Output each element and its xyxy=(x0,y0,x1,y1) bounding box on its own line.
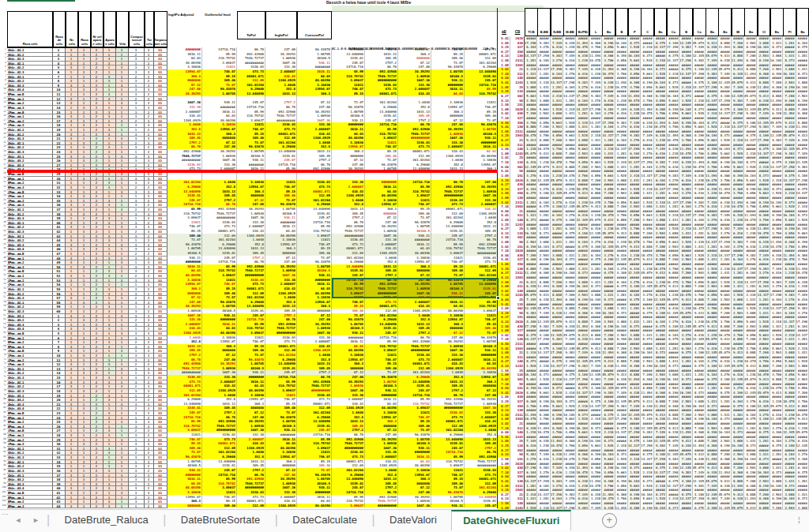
row-number: 103 xyxy=(0,499,7,504)
right-col-header[interactable]: PI xyxy=(783,8,796,36)
right-col-header[interactable]: B xyxy=(615,8,629,36)
tab-separator: | xyxy=(47,510,50,530)
block-separator-line xyxy=(497,8,498,508)
tab-separator: | xyxy=(371,510,374,530)
tab-nav-next-icon[interactable]: ► xyxy=(28,510,43,530)
cell[interactable]: 1 xyxy=(116,504,129,509)
title-underband xyxy=(332,6,544,12)
right-block[interactable]: 5.412020################################… xyxy=(498,36,809,509)
right-col-header[interactable]: Ba xyxy=(770,8,784,36)
cell[interactable]: 3 xyxy=(103,504,116,509)
right-col-header[interactable]: Ca xyxy=(693,8,706,36)
right-col-header[interactable]: Ba xyxy=(796,8,809,36)
col-header-ab[interactable]: aB xyxy=(498,30,510,35)
right-col-header[interactable]: Ca xyxy=(667,8,680,36)
cell[interactable]: 309.46 xyxy=(202,504,237,508)
cell[interactable]: 1 xyxy=(129,504,145,509)
right-col-header[interactable]: B-BB xyxy=(537,8,551,36)
left-col-header[interactable]: Tar celu xyxy=(145,11,154,47)
cell[interactable]: 2 xyxy=(91,504,103,509)
right-col-header[interactable]: TCB xyxy=(525,8,538,36)
red-separator-band xyxy=(7,170,498,173)
sheet-tab-datevalori[interactable]: DateValori xyxy=(378,510,448,530)
right-col-header[interactable]: B xyxy=(679,8,693,36)
row-number: 104 xyxy=(0,504,7,508)
left-col-header[interactable]: Compoz toncol celu xyxy=(129,11,145,47)
right-col-header[interactable]: BI xyxy=(732,8,745,36)
right-col-header[interactable]: Br/PBi xyxy=(576,8,589,36)
row-number-gutter: 1234567891011121314151617181920212223242… xyxy=(0,47,7,508)
new-sheet-button[interactable]: + xyxy=(602,513,617,528)
col-header-cb[interactable]: CB xyxy=(510,30,525,35)
right-col-header[interactable]: C xyxy=(641,8,654,36)
tab-scroll-dots[interactable]: ⋯ xyxy=(2,511,8,518)
cell[interactable]: 245.67 xyxy=(465,504,498,508)
col-header-inglapol[interactable]: InglaPol xyxy=(265,11,297,39)
cell[interactable]: 1 xyxy=(78,504,91,509)
left-col-header[interactable]: Vela xyxy=(116,11,129,47)
cell[interactable]: 1304.0929 xyxy=(265,504,297,508)
right-col-header[interactable]: L xyxy=(589,8,603,36)
cell[interactable]: 0000000 xyxy=(167,504,202,508)
cell[interactable]: 33 xyxy=(154,504,167,509)
right-col-header[interactable]: M-BB xyxy=(563,8,577,36)
tabbar-grip-icon[interactable]: ⁞ xyxy=(798,516,800,525)
sheet-tab-datecalculate[interactable]: DateCalculate xyxy=(281,510,368,530)
col-header-tapol[interactable]: TaPol xyxy=(237,11,265,39)
cell[interactable]: 2 xyxy=(145,504,154,509)
tab-separator: | xyxy=(163,510,166,530)
right-col-header[interactable]: CI xyxy=(758,8,771,36)
sheet-title: Bassich a helea haue until tssle 4 laust… xyxy=(326,0,532,6)
col-header-consumpol[interactable]: ConsumPol xyxy=(297,11,332,39)
left-col-header[interactable]: Timpanul ane celu xyxy=(154,11,167,47)
cell[interactable]: 930.11 xyxy=(431,504,465,508)
right-col-header[interactable]: Ba xyxy=(744,8,758,36)
right-col-header[interactable]: Ba xyxy=(654,8,668,36)
sheet-tab-datebrute-raluca[interactable]: DateBrute_Raluca xyxy=(54,510,160,530)
right-col-header[interactable]: Ba xyxy=(718,8,732,36)
right-col-header[interactable]: P xyxy=(628,8,642,36)
sheet-tab-bar: ⋯ ◄ ► | DateBrute_Raluca | DateBruteSort… xyxy=(0,509,809,532)
col-header-inglipo[interactable]: IngliPo Adjustul xyxy=(168,13,202,46)
cell[interactable]: 44 xyxy=(53,504,66,509)
selection-range[interactable] xyxy=(332,278,499,298)
left-col-header[interactable]: Rasa de celu xyxy=(53,11,66,47)
left-col-header[interactable]: Rasa celn xyxy=(7,11,53,47)
spreadsheet-grid[interactable]: Bassich a helea haue until tssle 4 laust… xyxy=(0,0,809,509)
left-col-header[interactable]: Nr. celu xyxy=(66,11,78,47)
right-col-header[interactable]: Ba xyxy=(602,8,615,36)
left-block[interactable]: Ghiv..01.11312133333Ghiv..01.22132112333… xyxy=(7,47,167,508)
flux-header-row: 0C.1.0-0.10000.100000C.2.00.2000000C.1.2… xyxy=(332,39,498,45)
cell[interactable]: 40.00390 xyxy=(297,504,332,508)
sheet-tab-dateghivecefluxuri-active[interactable]: DateGhiveceFluxuri xyxy=(451,510,571,530)
left-col-header[interactable]: Rasa celu xyxy=(78,11,91,47)
cell[interactable]: 3 xyxy=(66,504,78,509)
tab-nav-prev-icon[interactable]: ◄ xyxy=(11,510,25,530)
tab-separator: | xyxy=(275,510,278,530)
selection-fill-handle[interactable] xyxy=(496,296,500,300)
row-number: 101 xyxy=(0,490,7,495)
cell[interactable]: 3.69637 xyxy=(332,504,365,508)
left-col-header[interactable]: Nr cel apara e celu xyxy=(91,11,103,47)
excel-window: Bassich a helea haue until tssle 4 laust… xyxy=(0,0,809,532)
copied-range-marquee xyxy=(7,0,75,2)
table-row[interactable]: BPaa..aa.344312311233 xyxy=(7,504,167,509)
cell[interactable]: 312.69 xyxy=(237,504,265,508)
sheet-tab-datebrutesortate[interactable]: DateBruteSortate xyxy=(170,510,271,530)
table-row[interactable]: 0000000309.46312.691304.092940.003903.69… xyxy=(167,504,498,508)
left-col-header[interactable]: Apara e celu xyxy=(103,11,116,47)
cell[interactable]: ########## xyxy=(365,504,398,508)
col-header-outliens[interactable]: Outliensful houl xyxy=(205,13,239,46)
right-col-header[interactable]: N-BB xyxy=(551,8,564,36)
cell[interactable]: BPaa..aa.3 xyxy=(7,504,53,509)
right-col-header[interactable]: Ba xyxy=(706,8,719,36)
cell[interactable]: 1607.36 xyxy=(398,504,431,508)
